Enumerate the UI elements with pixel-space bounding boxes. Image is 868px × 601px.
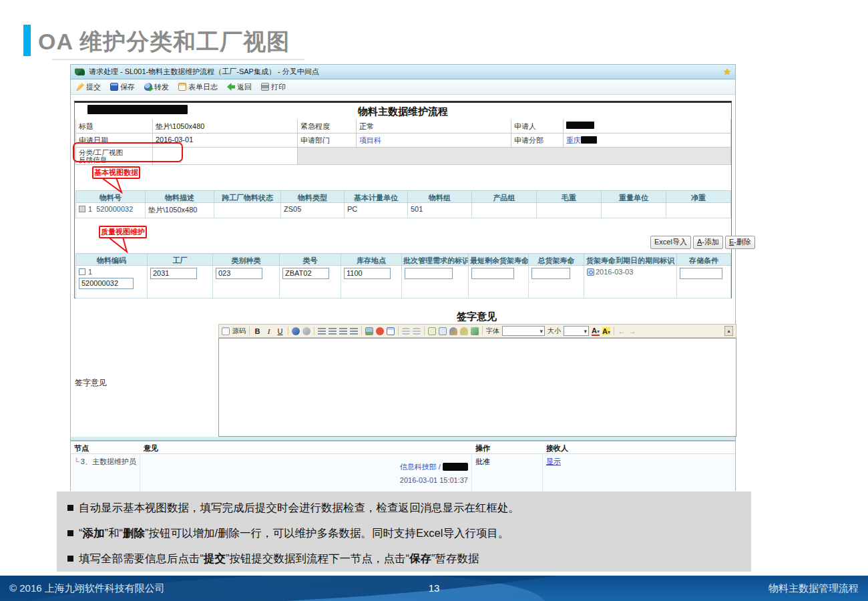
col-net-weight: 净重 (666, 190, 731, 203)
bold-button[interactable]: B (253, 327, 262, 335)
note-item-3: 填写全部需要信息后点击“提交”按钮提交数据到流程下一节点，点击“保存”暂存数据 (67, 552, 479, 566)
forward-button[interactable]: 转发 (144, 82, 169, 92)
signature-editor-area[interactable] (218, 338, 736, 437)
toolbar-separator (288, 327, 288, 335)
col-node: 节点 (71, 441, 140, 453)
batch-flag-input[interactable] (405, 268, 453, 279)
print-button[interactable]: 打印 (261, 82, 286, 92)
undo-icon[interactable]: ← (618, 327, 626, 336)
italic-button[interactable]: I (264, 327, 273, 335)
add-row-button[interactable]: A-添加 (693, 236, 723, 249)
align-left-icon[interactable] (318, 328, 326, 335)
col-weight-unit: 重量单位 (602, 190, 666, 203)
col-material-desc: 物料描述 (146, 190, 214, 203)
storage-condition-input[interactable] (680, 268, 722, 279)
cell-class-no: ZBAT02 (280, 266, 341, 298)
insert-table-icon[interactable] (387, 327, 395, 335)
approval-timestamp: 2016-03-01 15:01:37 (144, 476, 468, 484)
category-kind-input[interactable]: 023 (216, 268, 262, 279)
expiry-date-value[interactable]: 2016-03-03 (596, 268, 633, 276)
apply-branch-link[interactable]: 重庆 (566, 136, 581, 144)
field-value-apply-dept[interactable]: 项目科 (357, 134, 511, 148)
source-code-label[interactable]: 源码 (232, 327, 246, 336)
class-no-input[interactable]: ZBAT02 (282, 268, 329, 279)
cell-material-desc: 垫片\1050x480 (146, 203, 214, 218)
field-label-applicant: 申请人 (511, 120, 564, 134)
window-titlebar: 请求处理 - SL001-物料主数据维护流程（工厂-SAP集成） - 分叉中间点 (71, 65, 735, 79)
align-right-icon[interactable] (339, 328, 347, 335)
plant-input[interactable]: 2031 (150, 268, 197, 279)
size-select[interactable] (564, 326, 589, 336)
bullet-square-icon (67, 556, 73, 562)
user-sign-icon[interactable] (449, 327, 457, 335)
excel-import-button[interactable]: Excel导入 (650, 236, 691, 249)
form-log-icon (178, 83, 186, 91)
cell-action: 批准 (472, 454, 543, 492)
submit-icon (76, 83, 84, 91)
show-receiver-link[interactable]: 显示 (546, 457, 561, 465)
date-picker-icon[interactable] (587, 268, 594, 276)
underline-button[interactable]: U (276, 327, 284, 335)
material-code-input[interactable]: 520000032 (79, 278, 134, 289)
size-label: 大小 (548, 327, 561, 336)
feedback-gray-area (298, 148, 731, 165)
indent-icon[interactable] (413, 328, 421, 335)
save-label: 保存 (120, 82, 135, 92)
cell-opinion: 信息科技部 / 2016-03-01 15:01:37 (140, 454, 472, 492)
align-center-icon[interactable] (329, 328, 337, 335)
cell-base-unit: PC (345, 203, 408, 218)
highlight-color-button[interactable]: A (602, 327, 610, 335)
insert-image-icon[interactable] (365, 327, 373, 335)
back-icon (227, 83, 235, 91)
row-checkbox[interactable] (79, 268, 85, 275)
row-checkbox[interactable] (79, 206, 85, 212)
field-value-urgency[interactable]: 正常 (357, 120, 511, 134)
paste-icon[interactable] (439, 327, 447, 335)
cell-total-shelf-life (529, 266, 584, 298)
editor-toolbar: 源码 B I U 字体 (218, 324, 736, 338)
eraser-icon[interactable] (471, 327, 479, 335)
plant-table-row: 1520000032 2031 023 ZBAT02 1100 2016-03-… (75, 266, 731, 298)
toolbar-separator (398, 327, 399, 335)
submit-label: 提交 (86, 82, 101, 92)
text-color-button[interactable]: A (592, 327, 600, 336)
source-page-icon[interactable] (222, 327, 230, 335)
total-shelf-life-input[interactable] (531, 268, 570, 279)
editor-scroll-button[interactable]: ▴ (724, 326, 733, 336)
insert-link-icon[interactable] (292, 327, 300, 335)
toolbar-separator (424, 327, 425, 335)
remove-link-icon[interactable] (302, 327, 310, 335)
apply-dept-link[interactable]: 项目科 (359, 136, 381, 144)
delete-row-button[interactable]: E-删除 (725, 236, 755, 249)
col-min-shelf-life: 最短剩余货架寿命 (469, 253, 529, 266)
save-button[interactable]: 保存 (110, 82, 135, 92)
align-justify-icon[interactable] (350, 328, 358, 335)
col-action: 操作 (472, 441, 543, 453)
storage-location-input[interactable]: 1100 (344, 268, 391, 279)
insert-template-icon[interactable] (428, 327, 436, 335)
form-log-button[interactable]: 表单日志 (178, 82, 218, 92)
font-select[interactable] (502, 326, 545, 336)
basic-view-table: 物料号 物料描述 跨工厂物料状态 物料类型 基本计量单位 物料组 产品组 毛重 … (75, 190, 731, 218)
note-item-1: 自动显示基本视图数据，填写完成后提交时会进行数据检查，检查返回消息显示在红框处。 (67, 501, 519, 516)
table-action-buttons: Excel导入 A-添加 E-删除 (650, 236, 755, 249)
cell-storage-condition (677, 266, 731, 298)
cell-weight-unit (602, 203, 666, 218)
feedback-highlight-box (73, 142, 183, 162)
redo-icon[interactable]: → (628, 327, 636, 336)
page-title: OA 维护分类和工厂视图 (38, 27, 290, 57)
min-shelf-life-input[interactable] (471, 268, 514, 279)
outdent-icon[interactable] (402, 328, 410, 335)
submit-button[interactable]: 提交 (76, 82, 101, 92)
forward-icon (144, 83, 152, 91)
favorite-star-icon[interactable] (723, 67, 731, 77)
field-label-title: 标题 (75, 120, 153, 134)
field-value-title[interactable]: 垫片\1050x480 (153, 120, 298, 134)
cell-material-type: ZS05 (281, 203, 345, 218)
redacted-approver (443, 463, 468, 471)
window-toolbar: 提交 保存 转发 表单日志 返回 打印 (71, 79, 735, 95)
form-log-label: 表单日志 (188, 82, 218, 92)
user-stamp-icon[interactable] (460, 327, 468, 335)
insert-flash-icon[interactable] (376, 327, 384, 335)
back-button[interactable]: 返回 (227, 82, 252, 92)
